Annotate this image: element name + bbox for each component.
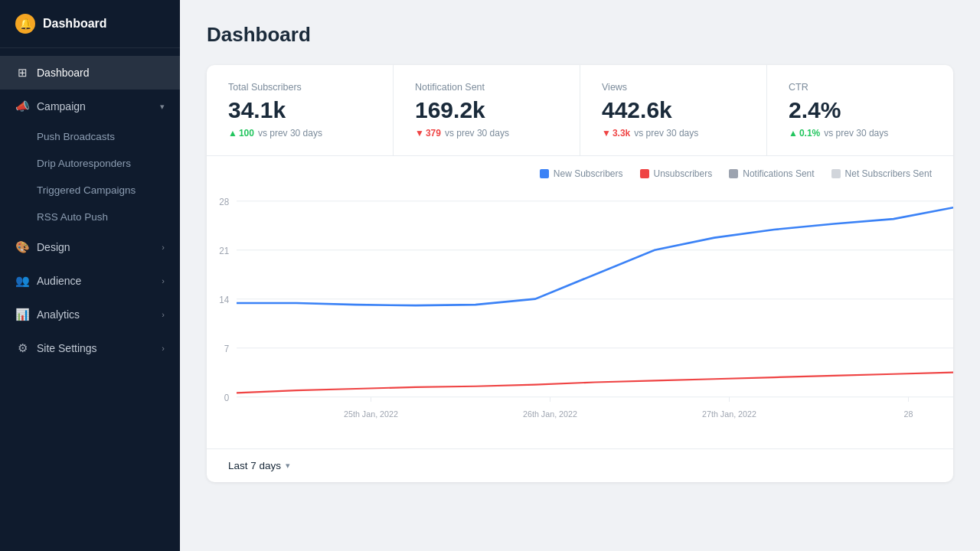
change-arrow-up: ▲ 100: [228, 128, 254, 139]
svg-text:14: 14: [219, 295, 229, 306]
stat-total-subscribers: Total Subscribers 34.1k ▲ 100 vs prev 30…: [207, 65, 394, 155]
sidebar-item-dashboard-label: Dashboard: [37, 67, 90, 79]
stat-notification-sent-label: Notification Sent: [415, 82, 558, 93]
chevron-right-icon-2: ›: [162, 276, 165, 285]
design-icon: 🎨: [15, 240, 29, 254]
svg-text:21: 21: [219, 246, 229, 257]
change-arrow-down-1: ▼ 379: [415, 128, 441, 139]
sidebar-item-campaign-label: Campaign: [37, 100, 86, 112]
sidebar-item-site-settings-label: Site Settings: [37, 342, 97, 354]
sidebar-item-analytics[interactable]: 📊 Analytics ›: [0, 298, 180, 331]
svg-text:7: 7: [224, 344, 230, 355]
change-arrow-down-2: ▼ 3.3k: [602, 128, 630, 139]
date-filter-label: Last 7 days: [228, 460, 281, 471]
sidebar-item-push-broadcasts[interactable]: Push Broadcasts: [0, 123, 180, 150]
sidebar-item-triggered-campaigns[interactable]: Triggered Campaigns: [0, 177, 180, 204]
stats-row: Total Subscribers 34.1k ▲ 100 vs prev 30…: [207, 65, 953, 156]
change-arrow-up-2: ▲ 0.1%: [789, 128, 820, 139]
legend-unsubscribers: Unsubscribers: [640, 168, 713, 179]
date-filter-button[interactable]: Last 7 days ▾: [228, 460, 290, 471]
sidebar-item-design-label: Design: [37, 241, 70, 253]
campaign-icon: 📣: [15, 99, 29, 113]
sidebar-item-rss-auto-push[interactable]: RSS Auto Push: [0, 204, 180, 230]
legend-dot-new-subscribers: [540, 169, 549, 178]
dashboard-icon: ⊞: [15, 66, 29, 80]
logo-text: Dashboard: [43, 17, 107, 31]
analytics-icon: 📊: [15, 308, 29, 321]
svg-text:25th Jan, 2022: 25th Jan, 2022: [344, 409, 398, 419]
stat-notification-sent-value: 169.2k: [415, 97, 558, 123]
chart-svg: 28 21 14 7 0 25th Jan, 2022 26th Jan, 20…: [207, 193, 953, 438]
audience-icon: 👥: [15, 274, 29, 288]
stat-notification-sent-change: ▼ 379 vs prev 30 days: [415, 128, 558, 139]
sidebar-item-dashboard[interactable]: ⊞ Dashboard: [0, 56, 180, 90]
legend-new-subscribers: New Subscribers: [540, 168, 623, 179]
stat-ctr-change-text: vs prev 30 days: [824, 128, 888, 139]
chart-legend: New Subscribers Unsubscribers Notificati…: [207, 156, 953, 185]
legend-label-net-subscribers: Net Subscribers Sent: [845, 168, 932, 179]
sidebar-item-site-settings[interactable]: ⚙ Site Settings ›: [0, 331, 180, 365]
stat-notification-sent-change-text: vs prev 30 days: [445, 128, 509, 139]
chart-footer: Last 7 days ▾: [207, 448, 953, 482]
svg-text:27th Jan, 2022: 27th Jan, 2022: [702, 409, 756, 419]
svg-text:28: 28: [904, 409, 913, 419]
sidebar-item-drip-autoresponders[interactable]: Drip Autoresponders: [0, 150, 180, 177]
dashboard-card: Total Subscribers 34.1k ▲ 100 vs prev 30…: [207, 65, 953, 482]
sidebar-logo[interactable]: 🔔 Dashboard: [0, 0, 180, 48]
sidebar-item-audience[interactable]: 👥 Audience ›: [0, 264, 180, 298]
legend-dot-net-subscribers: [831, 169, 841, 178]
chevron-down-icon: ▾: [160, 102, 165, 112]
legend-dot-unsubscribers: [640, 169, 649, 178]
chevron-down-icon-2: ▾: [286, 461, 290, 471]
page-title: Dashboard: [207, 23, 953, 47]
stat-total-subscribers-change-text: vs prev 30 days: [258, 128, 322, 139]
sidebar-item-audience-label: Audience: [37, 275, 81, 287]
logo-icon: 🔔: [15, 14, 35, 34]
stat-ctr-change: ▲ 0.1% vs prev 30 days: [789, 128, 932, 139]
stat-views-value: 442.6k: [602, 97, 745, 123]
stat-ctr-label: CTR: [789, 82, 932, 93]
chevron-right-icon-4: ›: [162, 344, 165, 353]
sidebar-item-campaign[interactable]: 📣 Campaign ▾: [0, 90, 180, 123]
stat-total-subscribers-change: ▲ 100 vs prev 30 days: [228, 128, 371, 139]
svg-text:0: 0: [224, 393, 230, 404]
svg-text:26th Jan, 2022: 26th Jan, 2022: [523, 409, 577, 419]
settings-icon: ⚙: [15, 341, 29, 355]
stat-notification-sent: Notification Sent 169.2k ▼ 379 vs prev 3…: [394, 65, 580, 155]
main-content: Dashboard Total Subscribers 34.1k ▲ 100 …: [180, 0, 980, 551]
sidebar-item-design[interactable]: 🎨 Design ›: [0, 230, 180, 264]
chevron-right-icon-3: ›: [162, 310, 165, 319]
legend-label-unsubscribers: Unsubscribers: [654, 168, 713, 179]
chevron-right-icon: ›: [162, 243, 165, 252]
legend-label-notifications-sent: Notifications Sent: [743, 168, 814, 179]
stat-views-change: ▼ 3.3k vs prev 30 days: [602, 128, 745, 139]
stat-views: Views 442.6k ▼ 3.3k vs prev 30 days: [580, 65, 767, 155]
sidebar-navigation: ⊞ Dashboard 📣 Campaign ▾ Push Broadcasts…: [0, 48, 180, 373]
chart-area: 28 21 14 7 0 25th Jan, 2022 26th Jan, 20…: [207, 185, 953, 448]
legend-notifications-sent: Notifications Sent: [729, 168, 814, 179]
stat-total-subscribers-value: 34.1k: [228, 97, 371, 123]
legend-net-subscribers: Net Subscribers Sent: [831, 168, 932, 179]
stat-ctr: CTR 2.4% ▲ 0.1% vs prev 30 days: [767, 65, 953, 155]
sidebar-item-analytics-label: Analytics: [37, 308, 80, 321]
svg-text:28: 28: [219, 197, 229, 208]
stat-views-change-text: vs prev 30 days: [634, 128, 698, 139]
stat-total-subscribers-label: Total Subscribers: [228, 82, 371, 93]
sidebar: 🔔 Dashboard ⊞ Dashboard 📣 Campaign ▾ Pus…: [0, 0, 180, 551]
legend-label-new-subscribers: New Subscribers: [554, 168, 623, 179]
stat-views-label: Views: [602, 82, 745, 93]
stat-ctr-value: 2.4%: [789, 97, 932, 123]
legend-dot-notifications-sent: [729, 169, 738, 178]
